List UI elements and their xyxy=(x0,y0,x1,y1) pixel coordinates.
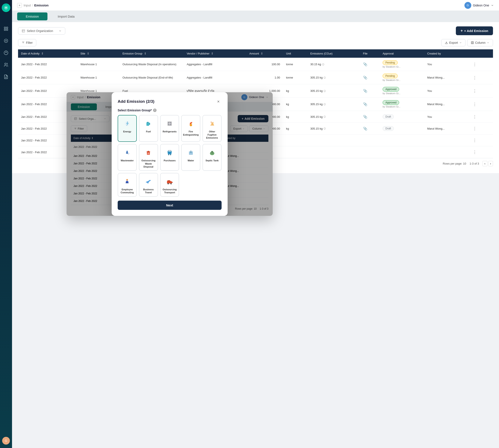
cell-approval: Draft xyxy=(380,123,424,135)
cell-vendor: Aggregates - Landfill xyxy=(183,58,246,71)
cell-site: Warehouse 1 xyxy=(78,58,120,71)
svg-rect-68 xyxy=(189,151,193,155)
purchases-icon xyxy=(165,147,175,158)
cell-approval xyxy=(380,146,424,158)
svg-point-79 xyxy=(171,183,171,184)
user-avatar-top: G xyxy=(465,2,471,9)
row-more-button[interactable]: ⋮ xyxy=(471,88,478,94)
next-page-button[interactable]: › xyxy=(488,161,493,166)
cell-file: 📎 xyxy=(360,111,380,123)
septic-label: Septic Tank xyxy=(205,159,218,162)
cell-co2: 305.15 kg xyxy=(307,98,360,111)
cell-amount: 1.00 xyxy=(246,71,283,84)
emission-card-outsourcing-waste[interactable]: Outsourcing Waste Disposal xyxy=(139,144,158,171)
filter-button[interactable]: Filter xyxy=(18,39,36,46)
svg-point-34 xyxy=(325,104,325,105)
emission-card-refrigerants[interactable]: Refrigerants xyxy=(160,115,179,142)
emission-card-outsourcing-transport[interactable]: Outsourcing Transport xyxy=(160,173,179,197)
row-more-button[interactable]: ⋮ xyxy=(471,74,478,81)
sidebar-item-dashboard[interactable] xyxy=(2,25,10,32)
export-button[interactable]: Export xyxy=(441,39,465,46)
tab-emission[interactable]: Emission xyxy=(17,13,48,20)
cell-vendor: Aggregates - Landfill xyxy=(183,71,246,84)
chevron-down-icon xyxy=(491,4,494,7)
svg-rect-4 xyxy=(6,29,8,31)
cell-created xyxy=(424,146,468,158)
row-more-button[interactable]: ⋮ xyxy=(471,113,478,120)
sidebar-item-reports[interactable] xyxy=(2,73,10,81)
row-more-button[interactable]: ⋮ xyxy=(471,149,478,155)
cell-more[interactable]: ⋮ xyxy=(468,146,493,158)
cell-file: 📎 xyxy=(360,98,380,111)
modal-close-button[interactable]: × xyxy=(215,98,222,105)
row-more-button[interactable]: ⋮ xyxy=(471,137,478,144)
svg-rect-1 xyxy=(4,27,6,28)
user-avatar[interactable]: G xyxy=(2,437,10,445)
purchases-label: Purchases xyxy=(164,159,176,162)
emission-card-wastewater[interactable]: Wastewater xyxy=(118,144,137,171)
cell-unit: kg xyxy=(283,84,307,98)
app-logo[interactable] xyxy=(2,3,10,12)
column-chevron-icon xyxy=(487,41,489,44)
emission-card-purchases[interactable]: Purchases xyxy=(160,144,179,171)
svg-point-60 xyxy=(213,123,214,124)
emission-card-energy[interactable]: Energy xyxy=(118,115,137,142)
sidebar-item-users[interactable] xyxy=(2,61,10,69)
cell-more[interactable]: ⋮ xyxy=(468,123,493,135)
cell-more[interactable]: ⋮ xyxy=(468,111,493,123)
emission-card-business-travel[interactable]: Business Travel xyxy=(139,173,158,197)
svg-point-77 xyxy=(168,183,168,184)
col-site[interactable]: Site ⇕ xyxy=(78,49,120,58)
emission-card-other-fugitive[interactable]: Other Fugitive Emissions xyxy=(202,115,222,142)
cell-more[interactable]: ⋮ xyxy=(468,98,493,111)
emission-card-fire[interactable]: Fire Extinguishing xyxy=(181,115,200,142)
svg-rect-20 xyxy=(471,42,474,44)
row-more-button[interactable]: ⋮ xyxy=(471,101,478,108)
cell-amount: 100.00 xyxy=(246,58,283,71)
cell-created: Marut Wong... xyxy=(424,71,468,84)
sidebar-item-add[interactable] xyxy=(2,37,10,45)
refrigerants-icon xyxy=(165,118,175,129)
org-select[interactable]: Select Organization xyxy=(18,27,65,34)
cell-file: 📎 xyxy=(360,84,380,98)
emission-card-septic[interactable]: Septic Tank xyxy=(202,144,222,171)
cell-more[interactable]: ⋮ xyxy=(468,71,493,84)
emission-card-fuel[interactable]: Fuel xyxy=(139,115,158,142)
col-group[interactable]: Emission Group ⇕ xyxy=(119,49,183,58)
cell-more[interactable]: ⋮ xyxy=(468,84,493,98)
row-more-button[interactable]: ⋮ xyxy=(471,125,478,132)
cell-co2: 30.15 kg xyxy=(307,58,360,71)
col-date[interactable]: Date of Activity ⇕ xyxy=(18,49,78,58)
fuel-icon xyxy=(143,118,153,129)
next-button[interactable]: Next xyxy=(118,201,222,210)
emission-card-employee-commuting[interactable]: Employee Commuting xyxy=(118,173,137,197)
add-emission-button[interactable]: + + Add Emission xyxy=(456,26,493,35)
cell-more[interactable]: ⋮ xyxy=(468,135,493,146)
cell-file: 📎 xyxy=(360,58,380,71)
new-tab-icon[interactable] xyxy=(17,3,22,8)
rows-per-page: Rows per page: 10 xyxy=(443,162,466,165)
col-vendor[interactable]: Vendor / Publisher ⇕ xyxy=(183,49,246,58)
cell-created: Marut Wong... xyxy=(424,123,468,135)
row-more-button[interactable]: ⋮ xyxy=(471,61,478,68)
tab-import-data[interactable]: Import Data xyxy=(49,13,83,20)
prev-page-button[interactable]: ‹ xyxy=(482,161,487,166)
column-button[interactable]: Column xyxy=(467,39,493,46)
cell-approval xyxy=(380,135,424,146)
water-label: Water xyxy=(188,159,194,162)
sidebar: G xyxy=(0,0,12,448)
col-co2[interactable]: Emissions (CO₂e) xyxy=(307,49,360,58)
svg-point-25 xyxy=(323,64,323,65)
svg-rect-51 xyxy=(147,122,149,123)
col-amount[interactable]: Amount ⇕ xyxy=(246,49,283,58)
col-unit[interactable]: Unit xyxy=(283,49,307,58)
cell-more[interactable]: ⋮ xyxy=(468,58,493,71)
emission-card-water[interactable]: Water xyxy=(181,144,200,171)
svg-point-59 xyxy=(211,122,212,123)
employee-commuting-label: Employee Commuting xyxy=(119,188,135,194)
svg-point-8 xyxy=(5,63,6,64)
sidebar-item-emissions[interactable] xyxy=(2,49,10,57)
cell-co2: 305.15 kg xyxy=(307,123,360,135)
cell-created: You xyxy=(424,111,468,123)
modal-subtitle: Select Emission Group* ? xyxy=(118,109,222,112)
